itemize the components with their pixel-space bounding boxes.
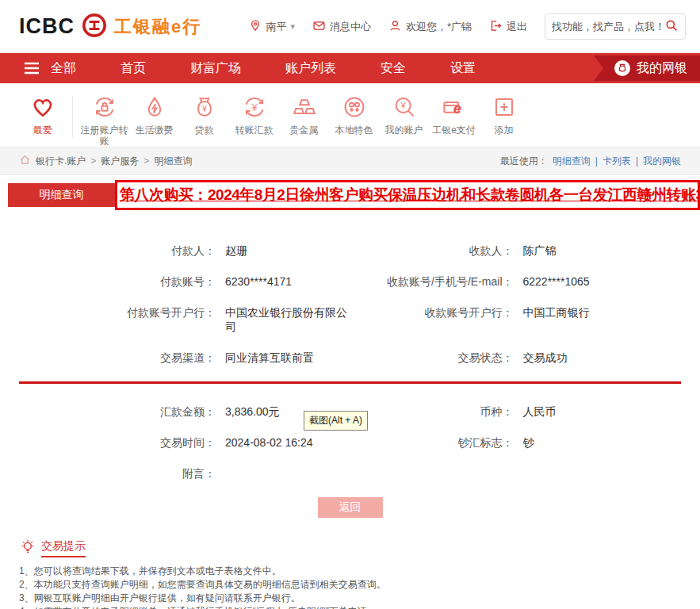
nav-item-security[interactable]: 安全 — [381, 60, 406, 77]
field-label: 交易状态： — [350, 350, 514, 365]
home-icon[interactable] — [19, 154, 31, 168]
recent-link-my-ebank[interactable]: 我的网银 — [643, 155, 681, 168]
payee-bank: 中国工商银行 — [523, 305, 590, 334]
nav-item-all[interactable]: 全部 — [51, 60, 76, 77]
detail-row: 交易时间：2024-08-02 16:24 钞汇标志：钞 — [0, 435, 700, 450]
breadcrumb-separator: > — [143, 155, 149, 167]
envelope-icon — [312, 19, 326, 35]
field-label: 币种： — [350, 404, 514, 419]
shortcut-transfer-remittance[interactable]: ¥ 转账汇款 — [229, 94, 279, 136]
recent-link-detail-query[interactable]: 明细查询 — [553, 155, 591, 168]
field-label: 付款账号： — [0, 274, 216, 289]
detail-row: 付款人：赵珊 收款人：陈广锦 — [0, 243, 700, 258]
breadcrumb: 银行卡.账户 > 账户服务 > 明细查询 — [19, 154, 192, 168]
transfer-remittance-icon: ¥ — [242, 94, 267, 120]
divider — [72, 96, 73, 137]
transaction-detail-form: 付款人：赵珊 收款人：陈广锦 付款账号：6230****4171 收款账号/手机… — [0, 207, 700, 518]
local-features-icon — [342, 94, 367, 120]
shortcut-favorite[interactable]: 最爱 — [17, 94, 67, 136]
shortcut-label: 贷款 — [195, 124, 214, 136]
shortcut-label: 注册账户转账 — [79, 124, 129, 147]
section-title-bar: 明细查询 第八次购买：2024年8月2日徐州客户购买保温压边机和长款卷圆机各一台… — [8, 183, 692, 207]
breadcrumb-level3[interactable]: 明细查询 — [154, 155, 192, 168]
breadcrumb-separator: > — [90, 155, 96, 167]
money-bag-icon — [614, 60, 630, 76]
back-button[interactable]: 返回 — [318, 497, 383, 518]
message-center-label: 消息中心 — [330, 20, 371, 34]
search-input[interactable] — [552, 21, 664, 33]
recent-link-card-list[interactable]: 卡列表 — [602, 155, 631, 168]
payer-bank: 中国农业银行股份有限公司 — [225, 305, 350, 334]
welcome-user[interactable]: 欢迎您，*广锦 — [388, 19, 472, 35]
shortcut-label: 最爱 — [33, 124, 52, 136]
breadcrumb-level1[interactable]: 银行卡.账户 — [36, 155, 86, 168]
message-center-link[interactable]: 消息中心 — [312, 19, 371, 35]
field-label: 收款账号开户行： — [350, 305, 514, 334]
shortcut-label: 本地特色 — [335, 124, 373, 136]
search-box[interactable] — [545, 13, 686, 40]
payer-account: 6230****4171 — [225, 274, 292, 289]
search-icon[interactable] — [664, 18, 679, 35]
svg-text:e: e — [453, 100, 461, 117]
person-icon — [388, 19, 402, 35]
breadcrumb-level2[interactable]: 账户服务 — [101, 155, 139, 168]
screenshot-tooltip: 截图(Alt + A) — [304, 411, 368, 431]
loan-icon: ¥ — [192, 94, 217, 120]
shortcut-life-payment[interactable]: 生活缴费 — [129, 94, 179, 136]
hamburger-menu-icon[interactable] — [24, 62, 40, 75]
heart-icon — [30, 94, 55, 120]
payee-account: 6222****1065 — [523, 274, 590, 289]
logo[interactable]: ICBC 工银融e行 — [19, 12, 201, 42]
shortcut-label: 贵金属 — [290, 124, 319, 136]
transaction-channel: 同业清算互联前置 — [225, 350, 314, 365]
recent-used-label: 最近使用： — [500, 155, 548, 168]
tab-detail-query[interactable]: 明细查询 — [8, 183, 115, 207]
location-selector[interactable]: 南平 ▾ — [249, 19, 295, 34]
field-label: 交易时间： — [0, 435, 216, 450]
shortcut-register-transfer[interactable]: 注册账户转账 — [79, 94, 129, 147]
field-label: 钞汇标志： — [350, 435, 514, 450]
icbc-logo-text: ICBC — [19, 14, 75, 39]
shortcut-bar: 最爱 注册账户转账 生活缴费 ¥ 贷款 — [0, 83, 700, 147]
shortcut-label: 转账汇款 — [235, 124, 273, 136]
payer-name: 赵珊 — [225, 243, 247, 258]
detail-row: 附言： — [0, 466, 700, 481]
main-nav: 全部 首页 财富广场 账户列表 安全 设置 我的网银 — [0, 53, 700, 83]
detail-row: 交易渠道：同业清算互联前置 交易状态：交易成功 — [0, 350, 700, 365]
shortcut-my-account[interactable]: ¥ 我的账户 — [379, 94, 429, 136]
shortcut-local-features[interactable]: 本地特色 — [329, 94, 379, 136]
my-ebank-badge[interactable]: 我的网银 — [594, 56, 700, 81]
logout-label: 退出 — [507, 20, 527, 34]
recent-separator: | — [595, 155, 598, 167]
shortcut-loan[interactable]: ¥ 贷款 — [179, 94, 229, 136]
shortcut-add[interactable]: 添加 — [479, 94, 529, 136]
field-label: 付款账号开户行： — [0, 305, 216, 334]
my-ebank-label: 我的网银 — [637, 60, 687, 77]
shortcut-precious-metals[interactable]: 贵金属 — [279, 94, 329, 136]
add-icon — [492, 94, 517, 120]
nav-item-wealth[interactable]: 财富广场 — [190, 60, 241, 77]
location-pin-icon — [249, 19, 262, 34]
annotation-text: 第八次购买：2024年8月2日徐州客户购买保温压边机和长款卷圆机各一台发江西赣州… — [120, 185, 700, 205]
shortcut-label: 添加 — [495, 124, 514, 136]
icbc-epay-icon: e — [442, 94, 467, 120]
page: ICBC 工银融e行 南平 ▾ — [0, 0, 700, 609]
payee-name: 陈广锦 — [523, 243, 557, 258]
nav-item-home[interactable]: 首页 — [120, 60, 146, 77]
tips-title: 交易提示 — [41, 539, 86, 557]
welcome-label: 欢迎您，*广锦 — [406, 20, 472, 34]
tip-item: 2、本功能只支持查询账户明细，如您需要查询具体交易的明细信息请到相关交易查询。 — [19, 578, 681, 592]
tip-item: 3、网银互联账户明细由开户银行提供，如有疑问请联系开户银行。 — [19, 592, 681, 605]
shortcut-icbc-epay[interactable]: e 工银e支付 — [429, 94, 479, 136]
remittance-amount: 3,836.00元 — [225, 404, 280, 419]
field-label: 附言： — [0, 466, 216, 481]
lightbulb-icon — [19, 538, 36, 558]
logout-button[interactable]: 退出 — [489, 19, 527, 35]
shortcut-label: 工银e支付 — [432, 124, 476, 136]
detail-row: 付款账号开户行：中国农业银行股份有限公司 收款账号开户行：中国工商银行 — [0, 305, 700, 334]
nav-item-accounts[interactable]: 账户列表 — [285, 60, 336, 77]
icbc-emblem-icon — [81, 12, 108, 42]
register-transfer-icon — [92, 94, 117, 120]
nav-item-settings[interactable]: 设置 — [450, 60, 476, 77]
shortcut-label: 我的账户 — [385, 124, 423, 136]
